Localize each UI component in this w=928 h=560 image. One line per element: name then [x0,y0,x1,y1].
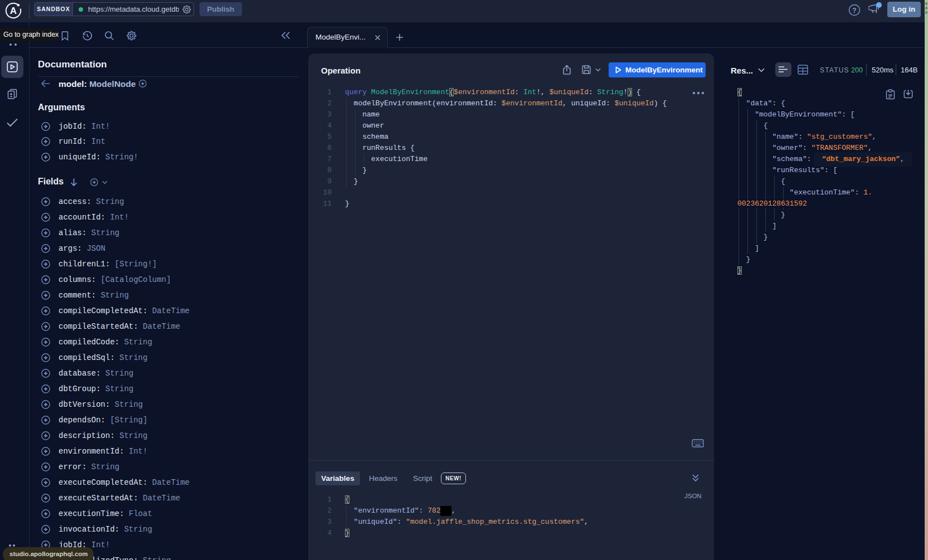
svg-text:A: A [10,6,17,16]
svg-text:?: ? [852,7,856,14]
